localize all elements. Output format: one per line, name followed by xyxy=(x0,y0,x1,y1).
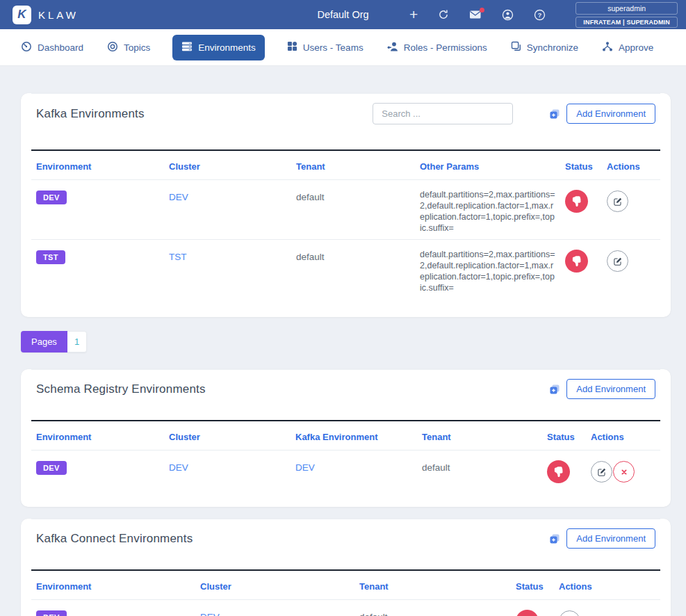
col-environment: Environment xyxy=(31,421,164,450)
help-icon[interactable]: ? xyxy=(534,9,546,21)
col-actions: Actions xyxy=(554,571,660,599)
col-tenant: Tenant xyxy=(354,571,511,599)
env-badge: DEV xyxy=(36,461,67,475)
share-nodes-icon xyxy=(602,41,613,54)
edit-environment-button[interactable] xyxy=(607,250,628,272)
edit-icon xyxy=(597,467,607,477)
col-actions: Actions xyxy=(602,151,660,179)
brand-home-link[interactable]: K KLAW xyxy=(13,6,79,24)
notification-dot xyxy=(480,8,484,13)
tenant-value: default xyxy=(422,462,450,473)
page-number-button[interactable]: 1 xyxy=(67,331,87,352)
kafka-table-header: Environment Cluster Tenant Other Params … xyxy=(31,151,660,180)
connect-table-row: DEV DEV default xyxy=(31,600,660,616)
plus-icon[interactable]: + xyxy=(409,9,418,20)
thumbs-down-icon xyxy=(571,196,582,206)
schema-registry-title: Schema Registry Environments xyxy=(36,382,206,396)
status-thumbs-down-button[interactable] xyxy=(516,610,539,616)
server-stack-icon xyxy=(181,41,193,54)
add-kafka-environment-button[interactable]: Add Environment xyxy=(566,104,655,124)
card-divider xyxy=(31,93,660,94)
col-environment: Environment xyxy=(31,571,195,599)
edit-icon xyxy=(613,197,623,206)
tab-approve[interactable]: Approve xyxy=(601,35,655,60)
env-badge: DEV xyxy=(36,191,67,204)
thumbs-down-icon xyxy=(553,467,564,477)
connect-table-header: Environment Cluster Tenant Status Action… xyxy=(31,571,660,600)
cluster-link[interactable]: TST xyxy=(169,252,187,262)
mail-icon[interactable] xyxy=(469,10,482,19)
add-connect-environment-button[interactable]: Add Environment xyxy=(566,528,655,549)
add-box-icon[interactable] xyxy=(549,108,560,120)
card-divider xyxy=(31,519,660,519)
edit-environment-button[interactable] xyxy=(607,191,628,212)
tab-synchronize[interactable]: Synchronize xyxy=(509,35,580,60)
col-cluster: Cluster xyxy=(195,571,354,599)
tab-users-teams[interactable]: Users - Teams xyxy=(286,35,365,60)
main-nav-tabs: Dashboard Topics xyxy=(0,29,686,66)
grid-icon xyxy=(287,41,297,54)
other-params-value: default.partitions=2,max.partitions=2,de… xyxy=(415,180,560,239)
add-schema-environment-button[interactable]: Add Environment xyxy=(566,379,655,399)
tab-environments[interactable]: Environments xyxy=(172,35,265,60)
tab-dashboard[interactable]: Dashboard xyxy=(19,35,85,60)
klaw-logo-icon: K xyxy=(13,6,31,24)
col-cluster: Cluster xyxy=(164,151,291,179)
col-actions: Actions xyxy=(586,421,660,450)
cluster-link[interactable]: DEV xyxy=(169,192,188,202)
user-info: superadmin INFRATEAM | SUPERADMIN xyxy=(575,2,678,28)
col-other-params: Other Params xyxy=(415,151,560,179)
kafka-environment-link[interactable]: DEV xyxy=(295,462,315,473)
status-thumbs-down-button[interactable] xyxy=(565,250,588,273)
pagination: Pages 1 xyxy=(21,331,87,352)
refresh-icon[interactable] xyxy=(438,9,449,20)
tenant-value: default xyxy=(296,252,325,262)
user-icon[interactable] xyxy=(502,9,514,21)
search-input[interactable] xyxy=(373,103,513,124)
kafka-environments-title: Kafka Environments xyxy=(36,107,145,121)
thumbs-down-icon xyxy=(571,256,582,266)
col-status: Status xyxy=(511,571,554,599)
kafka-environments-card: Kafka Environments Add Environment Envir… xyxy=(21,93,671,317)
delete-x-icon xyxy=(620,468,628,476)
col-tenant: Tenant xyxy=(291,151,415,179)
pages-button[interactable]: Pages xyxy=(21,331,67,352)
schema-registry-environments-card: Schema Registry Environments Add Environ… xyxy=(21,369,671,507)
navbar-actions: + xyxy=(409,2,678,28)
other-params-value: default.partitions=2,max.partitions=2,de… xyxy=(415,240,560,299)
col-cluster: Cluster xyxy=(164,421,291,450)
user-key-icon xyxy=(387,41,398,54)
org-title: Default Org xyxy=(317,9,368,20)
brand-name: KLAW xyxy=(38,9,79,21)
edit-environment-button[interactable] xyxy=(559,610,580,616)
status-thumbs-down-button[interactable] xyxy=(547,460,570,483)
col-status: Status xyxy=(542,421,586,450)
tab-topics[interactable]: Topics xyxy=(106,35,152,60)
edit-environment-button[interactable] xyxy=(591,461,612,483)
schema-table-header: Environment Cluster Kafka Environment Te… xyxy=(31,421,660,451)
speedometer-icon xyxy=(21,41,32,54)
kafka-connect-environments-card: Kafka Connect Environments Add Environme… xyxy=(21,519,671,616)
delete-environment-button[interactable] xyxy=(613,461,635,483)
tenant-value: default xyxy=(359,612,388,616)
col-tenant: Tenant xyxy=(417,421,542,450)
add-box-icon[interactable] xyxy=(549,533,560,544)
top-navbar: K KLAW Default Org + xyxy=(0,0,686,29)
app-window: K KLAW Default Org + xyxy=(0,0,686,616)
cluster-link[interactable]: DEV xyxy=(200,612,220,616)
tab-roles-permissions[interactable]: Roles - Permissions xyxy=(386,35,489,60)
col-environment: Environment xyxy=(31,151,164,179)
env-badge: DEV xyxy=(36,610,67,616)
tenant-value: default xyxy=(296,192,325,202)
add-box-icon[interactable] xyxy=(549,384,560,395)
card-divider xyxy=(31,369,660,370)
main-content: Kafka Environments Add Environment Envir… xyxy=(0,66,686,616)
edit-icon xyxy=(613,257,623,266)
kafka-table-row: DEV DEV default default.partitions=2,max… xyxy=(31,180,660,240)
svg-text:?: ? xyxy=(538,10,542,18)
schema-table-row: DEV DEV DEV default xyxy=(31,451,660,507)
kafka-table-row: TST TST default default.partitions=2,max… xyxy=(31,240,660,317)
cluster-link[interactable]: DEV xyxy=(169,462,188,473)
status-thumbs-down-button[interactable] xyxy=(565,190,588,213)
username-chip[interactable]: superadmin xyxy=(575,2,678,15)
